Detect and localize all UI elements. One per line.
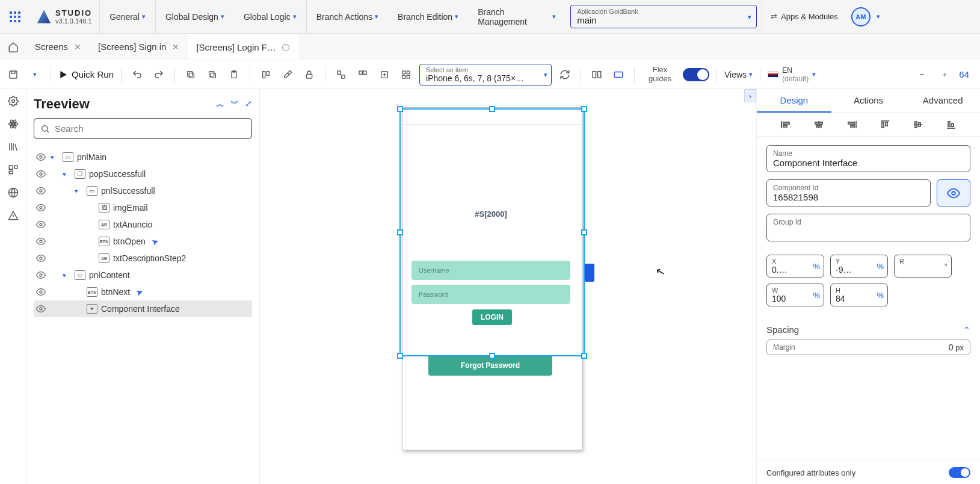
resize-handle[interactable]	[397, 353, 403, 359]
resize-handle[interactable]	[489, 106, 495, 112]
save-button[interactable]	[5, 66, 22, 83]
paste-button[interactable]	[226, 66, 242, 83]
grid-button[interactable]	[398, 66, 414, 83]
selection-side-handle[interactable]	[585, 264, 594, 282]
canvas[interactable]: › #S[2000] Username Password LOGIN Forgo…	[260, 89, 756, 484]
visibility-icon[interactable]	[36, 169, 47, 179]
search-input[interactable]	[55, 123, 245, 134]
atom-icon[interactable]	[7, 118, 19, 130]
cut-button[interactable]	[204, 66, 221, 83]
component-id-field[interactable]: Component Id 165821598	[766, 179, 931, 206]
resize-handle[interactable]	[397, 106, 403, 112]
save-dropdown[interactable]: ▾	[26, 66, 43, 83]
resize-handle[interactable]	[489, 353, 495, 359]
format-button[interactable]	[257, 66, 274, 83]
height-field[interactable]: H 84 %	[830, 284, 888, 306]
visibility-icon[interactable]	[36, 220, 47, 229]
tab-design[interactable]: Design	[757, 89, 831, 113]
menu-global-design[interactable]: Global Design ▾	[155, 0, 234, 33]
globe-icon[interactable]	[7, 187, 19, 199]
expand-icon[interactable]: ⤢	[245, 99, 252, 110]
menu-general[interactable]: General ▾	[99, 0, 155, 33]
copy-button[interactable]	[182, 66, 199, 83]
visibility-icon[interactable]	[36, 203, 47, 213]
tree-row[interactable]: BTNbtnOpen➤	[34, 233, 252, 250]
tree-row[interactable]: ABtxtDescriptionStep2	[34, 250, 252, 267]
align-center-v-icon[interactable]	[912, 119, 924, 130]
visibility-icon[interactable]	[36, 237, 47, 246]
visibility-icon[interactable]	[36, 152, 47, 162]
collapse-up-icon[interactable]: ︽	[216, 99, 224, 110]
eyedropper-button[interactable]	[279, 66, 296, 83]
tab-login[interactable]: [Screens] Login F…	[188, 34, 298, 60]
lock-button[interactable]	[301, 66, 318, 83]
width-field[interactable]: W 100 %	[766, 284, 824, 306]
tab-screens[interactable]: Screens ✕	[26, 34, 90, 60]
selection-box[interactable]	[399, 108, 585, 356]
views-dropdown[interactable]: Views ▾	[724, 70, 753, 79]
rotation-field[interactable]: R °	[894, 255, 952, 278]
menu-branch-actions[interactable]: Branch Actions ▾	[306, 0, 388, 33]
zoom-out-button[interactable]: −	[913, 66, 930, 83]
menu-branch-edition[interactable]: Branch Edition ▾	[388, 12, 468, 22]
panel-collapse-button[interactable]: ›	[744, 89, 756, 102]
flex-guides-toggle[interactable]	[683, 68, 709, 81]
group-button[interactable]	[333, 66, 350, 83]
x-field[interactable]: X 0.… %	[766, 255, 824, 278]
tree-row[interactable]: ▾❐popSuccessfull	[34, 166, 252, 182]
resize-handle[interactable]	[581, 106, 587, 112]
home-button[interactable]	[0, 42, 26, 52]
visibility-icon[interactable]	[36, 186, 47, 196]
app-menu-icon[interactable]	[0, 11, 30, 22]
view-component-button[interactable]	[937, 179, 970, 206]
tab-signin[interactable]: [Screens] Sign in ✕	[90, 34, 188, 60]
y-field[interactable]: Y -9… %	[830, 255, 888, 278]
ungroup-button[interactable]	[354, 66, 371, 83]
tree-row[interactable]: ▾▭pnlContent	[34, 267, 252, 284]
user-menu[interactable]: AM ▾	[846, 7, 886, 26]
align-right-icon[interactable]	[846, 119, 858, 130]
visibility-icon[interactable]	[36, 270, 47, 280]
align-center-h-icon[interactable]	[813, 119, 825, 130]
tree-row[interactable]: BTNbtnNext➤	[34, 284, 252, 300]
components-icon[interactable]	[7, 164, 19, 176]
quick-run-button[interactable]: Quick Run	[58, 69, 114, 79]
resize-handle[interactable]	[397, 229, 403, 235]
tab-actions[interactable]: Actions	[831, 89, 906, 113]
tree-row[interactable]: ▾▭pnlMain	[34, 149, 252, 166]
redo-button[interactable]	[150, 66, 167, 83]
warning-icon[interactable]	[7, 209, 19, 222]
library-icon[interactable]	[7, 141, 19, 153]
tree-row[interactable]: ABtxtAnuncio	[34, 216, 252, 233]
close-icon[interactable]: ✕	[74, 42, 81, 52]
layout2-button[interactable]	[610, 66, 627, 83]
undo-button[interactable]	[129, 66, 146, 83]
tree-row[interactable]: 🖼imgEmail	[34, 199, 252, 216]
visibility-icon[interactable]	[36, 253, 47, 263]
add-button[interactable]	[376, 66, 393, 83]
visibility-icon[interactable]	[36, 287, 47, 297]
group-id-field[interactable]: Group Id	[766, 214, 970, 241]
layout1-button[interactable]	[588, 66, 605, 83]
chevron-down-icon[interactable]: ▾	[51, 154, 59, 161]
project-selector[interactable]: Aplicación GoldBank main ▾	[570, 5, 757, 28]
refresh-button[interactable]	[556, 66, 573, 83]
close-icon[interactable]: ✕	[172, 42, 179, 52]
name-field[interactable]: Name Component Interface	[766, 145, 970, 172]
language-selector[interactable]: EN (default) ▾	[768, 66, 816, 83]
chevron-down-icon[interactable]: ▾	[75, 187, 83, 195]
expand-down-icon[interactable]: ︾	[230, 99, 239, 110]
resize-handle[interactable]	[581, 229, 587, 235]
device-selector[interactable]: Select an item iPhone 6, 6s, 7, 8 (375×……	[419, 64, 552, 85]
chevron-down-icon[interactable]: ▾	[63, 271, 71, 279]
apps-modules-button[interactable]: ⇄ Apps & Modules	[762, 0, 846, 33]
align-left-icon[interactable]	[780, 119, 792, 130]
resize-handle[interactable]	[581, 353, 587, 359]
settings-icon[interactable]	[7, 95, 19, 107]
search-input-wrapper[interactable]	[34, 118, 252, 139]
margin-field[interactable]: Margin 0 px	[766, 340, 970, 355]
spacing-section-header[interactable]: Spacing ⌃	[766, 320, 970, 340]
visibility-icon[interactable]	[36, 304, 47, 314]
align-top-icon[interactable]	[879, 119, 891, 130]
tree-row[interactable]: ✦Component Interface	[34, 300, 252, 317]
